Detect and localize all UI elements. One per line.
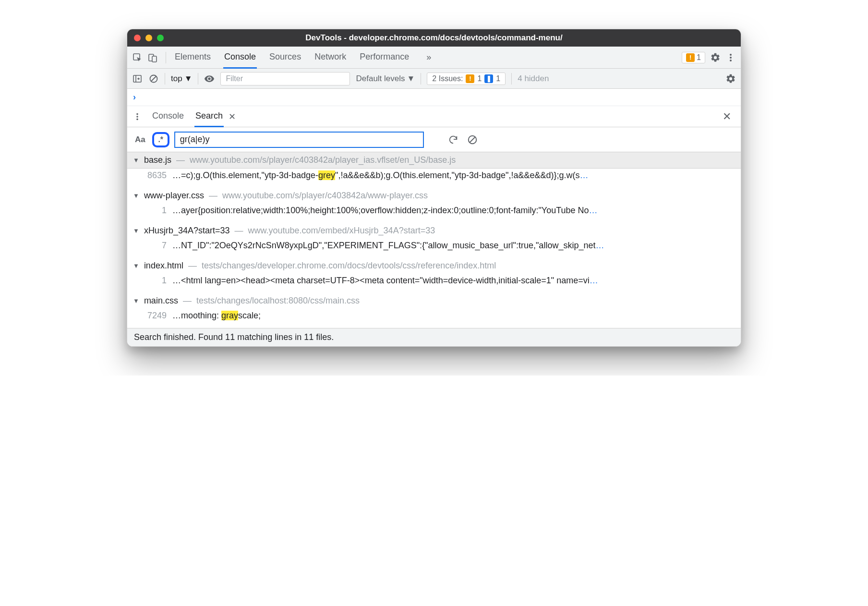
issues-label: 2 Issues:	[432, 74, 463, 83]
status-bar: Search finished. Found 11 matching lines…	[127, 328, 741, 346]
close-drawer-icon[interactable]: ✕	[719, 110, 735, 123]
result-file-name: xHusjrb_34A?start=33	[144, 226, 230, 236]
tab-performance[interactable]: Performance	[359, 47, 410, 69]
context-selector[interactable]: top ▼	[171, 74, 192, 84]
disclosure-triangle-icon: ▼	[133, 297, 139, 304]
svg-point-11	[136, 118, 138, 120]
info-icon: ❚	[484, 74, 493, 83]
drawer-tab-search[interactable]: Search	[194, 106, 224, 127]
devtools-window: DevTools - developer.chrome.com/docs/dev…	[127, 29, 741, 347]
panel-tabs: Elements Console Sources Network Perform…	[174, 47, 436, 69]
svg-point-5	[730, 60, 732, 61]
separator	[198, 73, 198, 85]
search-results: ▼base.js—www.youtube.com/s/player/c40384…	[127, 152, 741, 328]
result-match-row[interactable]: 7…NT_ID":"2OeQYs2rNcSnW8yxpLgD","EXPERIM…	[127, 239, 741, 258]
result-file-name: main.css	[144, 296, 178, 306]
main-tabstrip: Elements Console Sources Network Perform…	[127, 47, 741, 69]
svg-point-3	[730, 54, 732, 56]
tab-network[interactable]: Network	[313, 47, 347, 69]
filter-placeholder: Filter	[226, 74, 243, 83]
tab-elements[interactable]: Elements	[174, 47, 212, 69]
separator	[511, 73, 512, 85]
result-file-row[interactable]: ▼www-player.css—www.youtube.com/s/player…	[127, 188, 741, 204]
result-file-path: tests/changes/localhost:8080/css/main.cs…	[196, 296, 360, 306]
refresh-icon[interactable]	[448, 134, 458, 145]
live-expression-icon[interactable]	[204, 73, 215, 84]
result-file-path: www.youtube.com/s/player/c403842a/player…	[190, 155, 456, 165]
close-tab-icon[interactable]: ✕	[229, 111, 236, 122]
line-number: 7249	[141, 311, 167, 321]
svg-point-4	[730, 57, 732, 59]
result-match-row[interactable]: 1…<html lang=en><head><meta charset=UTF-…	[127, 274, 741, 293]
svg-line-13	[470, 137, 475, 142]
regex-button[interactable]: .*	[152, 132, 169, 147]
result-file-row[interactable]: ▼xHusjrb_34A?start=33—www.youtube.com/em…	[127, 223, 741, 239]
svg-line-8	[151, 76, 156, 81]
result-file-name: www-player.css	[144, 191, 204, 201]
line-number: 1	[141, 276, 167, 286]
filter-input[interactable]: Filter	[220, 72, 350, 85]
result-file-row[interactable]: ▼base.js—www.youtube.com/s/player/c40384…	[127, 152, 741, 169]
chevron-down-icon: ▼	[184, 74, 193, 84]
tab-sources[interactable]: Sources	[268, 47, 302, 69]
separator	[421, 73, 421, 85]
result-match-row[interactable]: 1…ayer{position:relative;width:100%;heig…	[127, 204, 741, 223]
result-file-name: index.html	[144, 261, 183, 271]
kebab-menu-icon[interactable]	[725, 52, 736, 63]
warn-count: 1	[477, 74, 482, 83]
result-file-row[interactable]: ▼main.css—tests/changes/localhost:8080/c…	[127, 293, 741, 309]
issue-count: 1	[697, 53, 701, 62]
clear-console-icon[interactable]	[148, 73, 159, 84]
issues-summary[interactable]: 2 Issues: ! 1 ❚ 1	[427, 73, 506, 85]
result-file-path: www.youtube.com/embed/xHusjrb_34A?start=…	[248, 226, 435, 236]
console-prompt[interactable]: ›	[127, 89, 741, 106]
match-text: …moothing: grayscale;	[172, 311, 735, 321]
inspect-icon[interactable]	[132, 52, 143, 63]
levels-label: Default levels	[356, 74, 405, 84]
result-file-row[interactable]: ▼index.html—tests/changes/developer.chro…	[127, 258, 741, 274]
result-file-name: base.js	[144, 155, 171, 165]
clear-search-icon[interactable]	[467, 134, 478, 145]
result-match-row[interactable]: 8635…=c);g.O(this.element,"ytp-3d-badge-…	[127, 169, 741, 188]
toggle-sidebar-icon[interactable]	[132, 73, 143, 84]
disclosure-triangle-icon: ▼	[133, 227, 139, 234]
match-text: …=c);g.O(this.element,"ytp-3d-badge-grey…	[172, 170, 735, 181]
svg-point-9	[136, 113, 138, 115]
search-query: gr(a|e)y	[180, 134, 210, 145]
tab-console[interactable]: Console	[223, 47, 257, 69]
close-window-button[interactable]	[134, 35, 141, 41]
match-text: …NT_ID":"2OeQYs2rNcSnW8yxpLgD","EXPERIME…	[172, 241, 735, 251]
window-title: DevTools - developer.chrome.com/docs/dev…	[127, 33, 741, 43]
result-file-path: www.youtube.com/s/player/c403842a/www-pl…	[222, 191, 428, 201]
separator	[166, 52, 166, 63]
match-text: …ayer{position:relative;width:100%;heigh…	[172, 206, 735, 216]
hidden-count[interactable]: 4 hidden	[518, 74, 549, 84]
issues-counter[interactable]: ! 1	[682, 52, 705, 63]
svg-rect-2	[152, 56, 157, 62]
line-number: 8635	[141, 170, 167, 181]
context-label: top	[171, 74, 182, 84]
line-number: 7	[141, 241, 167, 251]
result-match-row[interactable]: 7249…moothing: grayscale;	[127, 309, 741, 328]
console-settings-icon[interactable]	[725, 73, 736, 84]
traffic-lights	[134, 35, 164, 41]
settings-icon[interactable]	[710, 52, 721, 63]
more-tabs-button[interactable]: »	[422, 52, 436, 62]
result-file-path: tests/changes/developer.chrome.com/docs/…	[202, 261, 496, 271]
svg-point-10	[136, 116, 138, 118]
drawer-tab-console[interactable]: Console	[151, 106, 185, 127]
log-levels-selector[interactable]: Default levels ▼	[356, 74, 415, 84]
zoom-window-button[interactable]	[157, 35, 164, 41]
console-toolbar: top ▼ Filter Default levels ▼ 2 Issues: …	[127, 69, 741, 89]
match-text: …<html lang=en><head><meta charset=UTF-8…	[172, 276, 735, 286]
titlebar: DevTools - developer.chrome.com/docs/dev…	[127, 29, 741, 47]
search-toolbar: Aa .* gr(a|e)y	[127, 127, 741, 152]
search-input[interactable]: gr(a|e)y	[174, 132, 424, 148]
warning-icon: !	[466, 74, 474, 83]
separator	[165, 73, 165, 85]
drawer-menu-icon[interactable]	[133, 112, 142, 121]
match-case-button[interactable]: Aa	[133, 133, 147, 146]
warning-icon: !	[686, 53, 695, 62]
device-toggle-icon[interactable]	[147, 52, 158, 63]
minimize-window-button[interactable]	[145, 35, 152, 41]
